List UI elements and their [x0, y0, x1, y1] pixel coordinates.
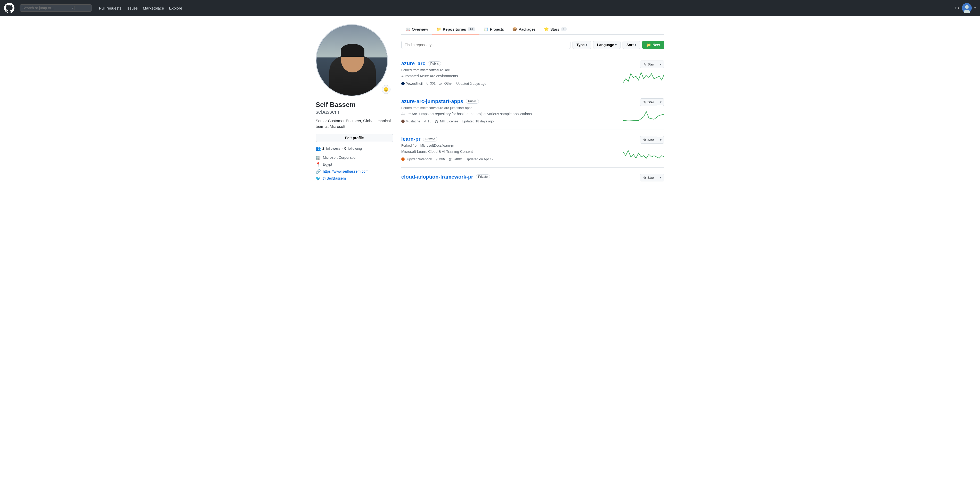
search-input[interactable]	[22, 6, 69, 10]
avatar-dropdown-arrow[interactable]: ▾	[974, 6, 976, 10]
star-label: Star	[648, 176, 654, 179]
followers-count: 2	[322, 146, 325, 151]
repo-updated: Updated on Apr 19	[466, 157, 493, 161]
repo-fork-info: Forked from microsoft/azure_arc	[401, 68, 618, 72]
star-button[interactable]: ☆ Star	[640, 61, 657, 68]
type-dropdown-button[interactable]: Type ▾	[573, 41, 591, 49]
user-avatar-nav[interactable]	[962, 3, 972, 13]
sort-dropdown-button[interactable]: Sort ▾	[622, 41, 640, 49]
table-row: azure_arc Public Forked from microsoft/a…	[401, 54, 664, 92]
repo-language: PowerShell	[401, 82, 423, 86]
repo-info-learn-pr: learn-pr Private Forked from MicrosoftDo…	[401, 136, 618, 161]
type-dropdown-arrow: ▾	[585, 43, 587, 47]
language-label: Language	[597, 43, 614, 47]
repo-title-row: azure-arc-jumpstart-apps Public	[401, 98, 618, 104]
repo-updated: Updated 18 days ago	[462, 119, 494, 123]
star-label: Star	[648, 138, 654, 142]
star-button[interactable]: ☆ Star	[640, 99, 657, 106]
follow-info: 👥 2 followers · 0 following	[316, 146, 393, 151]
repo-forks: ⑂ 555	[436, 157, 445, 161]
nav-explore[interactable]: Explore	[169, 6, 182, 10]
profile-name: Seif Bassem	[316, 100, 393, 109]
star-icon: ☆	[643, 62, 646, 66]
nav-links: Pull requests Issues Marketplace Explore	[99, 6, 182, 10]
repo-name-azure-arc[interactable]: azure_arc	[401, 60, 425, 67]
search-bar[interactable]: /	[20, 5, 92, 11]
projects-icon: 📊	[484, 27, 488, 32]
star-dropdown-button[interactable]: ▾	[657, 61, 664, 68]
repo-visibility-badge: Public	[466, 99, 479, 103]
fork-count: 18	[428, 119, 431, 123]
repo-meta: Jupyter Notebook ⑂ 555 ⚖ Other Updated o…	[401, 157, 618, 161]
star-dropdown-button[interactable]: ▾	[657, 174, 664, 181]
tab-overview[interactable]: 📖 Overview	[401, 24, 432, 35]
tab-packages[interactable]: 📦 Packages	[508, 24, 540, 35]
repo-description: Azure Arc Jumpstart repository for hosti…	[401, 111, 618, 117]
repo-meta: Mustache ⑂ 18 ⚖ MIT License Updated 18 d…	[401, 119, 618, 124]
tab-projects[interactable]: 📊 Projects	[479, 24, 508, 35]
repo-actions: ☆ Star ▾	[640, 174, 664, 181]
tab-repositories-label: Repositories	[443, 27, 466, 32]
repo-forks: ⑂ 18	[424, 119, 431, 124]
repo-name-cloud-adoption[interactable]: cloud-adoption-framework-pr	[401, 174, 473, 180]
tab-projects-label: Projects	[490, 27, 504, 32]
nav-pull-requests[interactable]: Pull requests	[99, 6, 121, 10]
edit-profile-button[interactable]: Edit profile	[316, 134, 393, 142]
type-label: Type	[576, 43, 585, 47]
repo-search-input[interactable]	[401, 41, 571, 49]
table-row: learn-pr Private Forked from MicrosoftDo…	[401, 130, 664, 167]
star-dropdown-button[interactable]: ▾	[657, 137, 664, 143]
repo-info-jumpstart: azure-arc-jumpstart-apps Public Forked f…	[401, 98, 618, 124]
profile-username: sebassem	[316, 109, 393, 115]
table-row: azure-arc-jumpstart-apps Public Forked f…	[401, 92, 664, 130]
language-color-dot	[401, 82, 405, 85]
repo-name-jumpstart[interactable]: azure-arc-jumpstart-apps	[401, 98, 463, 104]
website-link[interactable]: https://www.seifbassem.com	[323, 169, 369, 173]
repositories-icon: 📁	[436, 27, 441, 32]
github-logo[interactable]	[4, 3, 14, 13]
twitter-meta: 🐦 @SeifBassem	[316, 176, 393, 181]
fork-count: 555	[439, 157, 445, 161]
twitter-link[interactable]: @SeifBassem	[323, 176, 346, 180]
followers-label[interactable]: followers	[326, 146, 340, 151]
svg-point-1	[965, 5, 969, 9]
page-layout: 🙂 Seif Bassem sebassem Senior Customer E…	[309, 16, 671, 192]
company-meta: 🏢 Microsoft Corporation.	[316, 155, 393, 160]
tab-repositories[interactable]: 📁 Repositories 41	[432, 24, 479, 35]
nav-marketplace[interactable]: Marketplace	[143, 6, 164, 10]
nav-issues[interactable]: Issues	[127, 6, 138, 10]
new-repo-label: New	[652, 43, 660, 47]
edit-avatar-emoji-button[interactable]: 🙂	[382, 85, 390, 94]
new-menu-button[interactable]: + ▾	[954, 5, 959, 11]
repo-language: Mustache	[401, 119, 420, 123]
star-button[interactable]: ☆ Star	[640, 136, 657, 143]
star-label: Star	[648, 62, 654, 66]
scale-icon: ⚖	[439, 82, 442, 86]
repo-language: Jupyter Notebook	[401, 157, 432, 161]
sort-label: Sort	[627, 43, 634, 47]
repo-actions: ☆ Star ▾	[623, 98, 664, 122]
sort-dropdown-arrow: ▾	[635, 43, 636, 47]
following-label[interactable]: following	[348, 146, 362, 151]
language-dropdown-button[interactable]: Language ▾	[593, 41, 620, 49]
star-button[interactable]: ☆ Star	[640, 174, 657, 181]
repo-name-learn-pr[interactable]: learn-pr	[401, 136, 420, 142]
fork-icon: ⑂	[436, 157, 438, 161]
overview-icon: 📖	[406, 27, 410, 32]
star-icon: ☆	[643, 138, 646, 142]
scale-icon: ⚖	[435, 119, 438, 124]
activity-sparkline	[623, 147, 664, 159]
separator: ·	[342, 146, 343, 151]
new-repo-button[interactable]: 📁 New	[642, 41, 664, 49]
stars-count-badge: 1	[561, 27, 567, 31]
star-button-group: ☆ Star ▾	[640, 174, 664, 181]
avatar-section: 🙂	[316, 24, 393, 96]
location-meta: 📍 Egypt	[316, 162, 393, 167]
repo-controls: Type ▾ Language ▾ Sort ▾ 📁 New	[401, 41, 664, 49]
star-dropdown-button[interactable]: ▾	[657, 99, 664, 105]
repo-visibility-badge: Private	[423, 137, 437, 141]
repo-description: Automated Azure Arc environments	[401, 73, 618, 79]
language-name: PowerShell	[406, 82, 423, 86]
repositories-count-badge: 41	[468, 27, 475, 31]
tab-stars[interactable]: ⭐ Stars 1	[540, 24, 571, 35]
